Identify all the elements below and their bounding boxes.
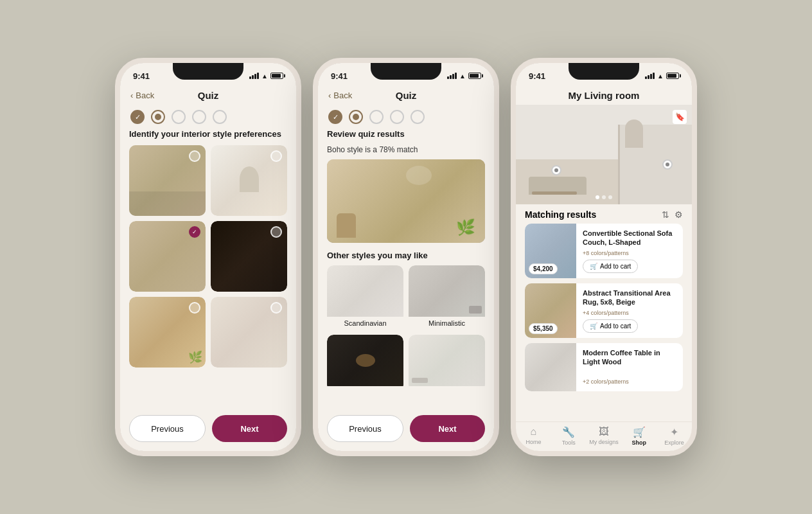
dot-1-4: [192, 110, 206, 124]
product-image-2: $5,350: [525, 283, 576, 338]
product-info-1: Convertible Sectional Sofa Couch, L-Shap…: [583, 224, 683, 278]
other-styles-title: Other styles you may like: [327, 251, 485, 260]
nav-label-tools: Tools: [562, 439, 576, 446]
style-scandinavian[interactable]: Scandinavian: [327, 265, 403, 330]
status-time-3: 9:41: [529, 71, 545, 81]
status-icons-1: ▲: [249, 73, 283, 80]
selection-circle-1: [189, 150, 200, 162]
product-variants-2: +4 colors/patterns: [583, 310, 678, 316]
add-to-cart-2[interactable]: 🛒 Add to cart: [583, 319, 638, 333]
filter-icons: ⇅ ⚙: [662, 209, 683, 220]
nav-label-shop: Shop: [632, 439, 647, 446]
dot-2-1: ✓: [328, 110, 342, 124]
bottom-buttons-1: Previous Next: [120, 409, 296, 451]
style-image-3[interactable]: ✓: [129, 221, 206, 292]
wifi-icon-1: ▲: [261, 73, 268, 80]
style-thumbnails: Scandinavian Minimalistic: [327, 265, 485, 391]
content-1: Identify your interior style preferences: [120, 129, 296, 409]
dot-2-5: [410, 110, 425, 124]
status-time-1: 9:41: [133, 71, 150, 81]
image-grid-1: ✓ 🌿: [129, 145, 287, 368]
bookmark-icon[interactable]: 🔖: [673, 110, 687, 124]
style-minimalistic[interactable]: Minimalistic: [409, 265, 485, 330]
room-carousel-dots: [596, 195, 612, 199]
selection-circle-2: [270, 150, 282, 162]
previous-button-2[interactable]: Previous: [327, 415, 403, 442]
product-image-1: $4,200: [525, 224, 576, 278]
status-icons-2: ▲: [447, 73, 481, 80]
nav-item-tools[interactable]: 🔧 Tools: [551, 426, 587, 446]
previous-button-1[interactable]: Previous: [129, 415, 206, 442]
section-title-1: Identify your interior style preferences: [129, 129, 287, 139]
product-info-2: Abstract Transitional Area Rug, 5x8, Bei…: [583, 283, 683, 338]
dot-2-3: [369, 110, 384, 124]
battery-icon-1: [270, 73, 283, 79]
style-image-2[interactable]: [211, 145, 287, 216]
product-image-3: [525, 343, 576, 391]
style-label-scandi: Scandinavian: [327, 317, 403, 330]
nav-bar-3: My Living room: [516, 86, 692, 105]
nav-item-explore[interactable]: ✦ Explore: [657, 426, 692, 446]
cart-icon-2: 🛒: [590, 323, 597, 330]
selection-circle-5: [189, 302, 200, 314]
tools-icon: 🔧: [562, 426, 575, 438]
room-image: 🔖: [516, 105, 692, 204]
filter-icon[interactable]: ⚙: [675, 209, 683, 220]
notch-2: [371, 63, 441, 80]
boho-image: 🌿: [327, 159, 485, 243]
match-text: Boho style is a 78% match: [327, 145, 485, 154]
chevron-left-icon-1: ‹: [130, 91, 133, 100]
back-button-2[interactable]: ‹ Back: [328, 91, 352, 100]
signal-icon-3: [645, 73, 655, 79]
add-to-cart-1[interactable]: 🛒 Add to cart: [583, 260, 638, 273]
next-button-1[interactable]: Next: [212, 415, 287, 442]
style-image-4[interactable]: [211, 221, 287, 292]
notch-3: [569, 63, 639, 80]
price-badge-1: $4,200: [529, 263, 558, 274]
sort-icon[interactable]: ⇅: [662, 209, 669, 220]
next-button-2[interactable]: Next: [410, 415, 485, 442]
explore-icon: ✦: [670, 426, 678, 438]
style-label-3: [327, 386, 403, 391]
battery-icon-2: [468, 73, 481, 79]
product-card-2: $5,350 Abstract Transitional Area Rug, 5…: [525, 283, 683, 338]
wifi-icon-2: ▲: [459, 73, 466, 80]
phone-1: 9:41 ▲ ‹ Back Quiz ✓: [115, 58, 301, 456]
dot-2-2: [349, 110, 363, 124]
dot-2-4: [390, 110, 404, 124]
products-list: $4,200 Convertible Sectional Sofa Couch,…: [516, 224, 692, 421]
chevron-left-icon-2: ‹: [328, 91, 331, 100]
shop-icon: 🛒: [633, 426, 646, 438]
style-image-6[interactable]: [211, 297, 287, 368]
selection-circle-6: [270, 302, 282, 314]
nav-item-home[interactable]: ⌂ Home: [516, 426, 551, 446]
style-image-1[interactable]: [129, 145, 206, 216]
style-thumb-3[interactable]: [327, 335, 403, 391]
room-dot-marker-1[interactable]: [551, 165, 561, 175]
battery-icon-3: [666, 73, 679, 79]
nav-item-shop[interactable]: 🛒 Shop: [621, 426, 657, 446]
bottom-nav: ⌂ Home 🔧 Tools 🖼 My designs 🛒 Shop ✦: [516, 421, 692, 451]
product-name-3: Modern Coffee Table in Light Wood: [583, 348, 678, 367]
price-badge-2: $5,350: [529, 323, 558, 334]
matching-title: Matching results: [525, 209, 596, 220]
matching-header: Matching results ⇅ ⚙: [516, 204, 692, 224]
nav-item-my-designs[interactable]: 🖼 My designs: [587, 426, 622, 446]
back-button-1[interactable]: ‹ Back: [130, 91, 154, 100]
designs-icon: 🖼: [599, 426, 609, 438]
status-icons-3: ▲: [645, 73, 679, 80]
dot-1-5: [213, 110, 227, 124]
content-2: Review quiz results Boho style is a 78% …: [318, 129, 494, 409]
nav-label-home: Home: [525, 439, 541, 445]
nav-label-explore: Explore: [664, 439, 684, 446]
dot-1-1: ✓: [130, 110, 145, 124]
nav-title-2: Quiz: [396, 90, 417, 101]
nav-bar-2: ‹ Back Quiz: [318, 86, 494, 105]
product-card-3: Modern Coffee Table in Light Wood +2 col…: [525, 343, 683, 391]
bottom-buttons-2: Previous Next: [318, 409, 494, 451]
style-image-5[interactable]: 🌿: [129, 297, 206, 368]
dot-1-3: [172, 110, 186, 124]
product-name-2: Abstract Transitional Area Rug, 5x8, Bei…: [583, 288, 678, 307]
section-title-2: Review quiz results: [327, 129, 485, 139]
style-thumb-4[interactable]: [409, 335, 485, 391]
